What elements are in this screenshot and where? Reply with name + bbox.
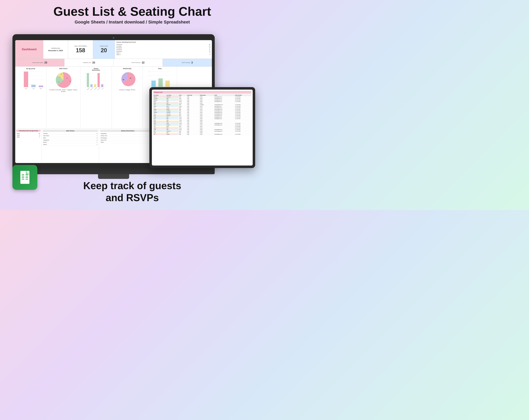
table-cell: Family — [199, 116, 214, 118]
table-cell: Jenny — [153, 124, 166, 126]
table-row: BrandonStevensonBrideAdultFamilyfamily1@… — [153, 96, 251, 98]
dietary-row: Vegetarian5 — [100, 132, 155, 135]
table-cell: friends3@gmail.com — [214, 110, 235, 112]
table-cell: Groom — [179, 118, 187, 119]
svg-text:Child: Child — [32, 88, 35, 89]
table-cell: family9@gmail.com — [214, 118, 235, 119]
table-cell: West — [166, 121, 179, 123]
guest-list-body: BrandonStevensonBrideAdultFamilyfamily1@… — [153, 96, 251, 135]
table-row: KianaWestGroomAdultFamily — [153, 121, 251, 123]
table-cell: Bride — [179, 130, 187, 132]
table-cell: Groom — [179, 105, 187, 107]
event-row: Luncheon11 — [116, 49, 210, 50]
table-cell: Bride — [179, 107, 187, 109]
table-cell: 111-222-3354 — [235, 129, 251, 130]
table-row: AngeloMorganBrideAdultFriendfriends2@gma… — [153, 109, 251, 110]
table-cell: Family — [199, 129, 214, 130]
svg-rect-61 — [22, 174, 24, 175]
table-cell: Baby — [187, 132, 199, 133]
table-row: JennyMcGrathGroomAdultFriendfriends9@gma… — [153, 124, 251, 126]
table-cell: West — [166, 132, 179, 133]
table-cell: Adult — [187, 123, 199, 124]
table-cell: Family — [199, 121, 214, 123]
column-header: Email — [214, 94, 235, 96]
table-cell — [214, 132, 235, 133]
table-cell: family10@gmail.com — [214, 129, 235, 130]
table-row: LilaDohertyBrideAdultFriendfriends0@gmai… — [153, 133, 251, 135]
event-row: Cocktails20 — [116, 45, 210, 47]
table-row: CalebWestGroomAdultFamilyfamily10@gmail.… — [153, 129, 251, 130]
meal-pie-svg: 9 3 3 1 1 1 — [52, 70, 75, 89]
table-cell: Adult — [187, 101, 199, 102]
bottom-text-line2: and RSVPs — [0, 192, 264, 204]
table-cell: Masha — [153, 105, 166, 107]
bottom-text: Keep track of guests and RSVPs — [0, 180, 264, 204]
days-until-wedding-box: Days Until Wedding 158 — [68, 40, 93, 59]
event-row: Other 20 — [116, 54, 210, 55]
table-cell: Groom — [179, 123, 187, 124]
table-cell: Groom — [179, 124, 187, 126]
svg-text:1: 1 — [70, 80, 70, 82]
table-cell: 111-222-3355 — [235, 130, 251, 132]
table-cell: Groom — [179, 121, 187, 123]
table-cell: Adult — [187, 127, 199, 129]
svg-text:3: 3 — [85, 80, 86, 81]
page-title: Guest List & Seating Chart — [3, 5, 261, 18]
table-cell: West — [166, 129, 179, 130]
table-cell: Adult — [187, 126, 199, 127]
table-cell: Adult — [187, 121, 199, 123]
svg-text:3: 3 — [60, 76, 60, 78]
table-cell: Adult — [187, 98, 199, 99]
wedding-date-box: Wedding Date November 4, 2023 — [43, 40, 68, 59]
table-cell: Bride — [179, 110, 187, 112]
svg-text:10: 10 — [149, 75, 149, 76]
table-cell: Kiana — [153, 121, 166, 123]
table-cell: 111-222-3338 — [235, 104, 251, 105]
svg-text:Adult: Adult — [25, 88, 27, 89]
table-cell: Family — [199, 127, 214, 129]
table-row: SheaWestGroomAdultFamily — [153, 119, 251, 121]
table-row: PennyWestGroomAdultFamilyfamily8@gmail.c… — [153, 116, 251, 118]
table-cell: Angelo — [153, 109, 166, 110]
table-cell: Groom — [179, 127, 187, 129]
table-row: CleoMorganBrideAdultFriendfriends1@gmail… — [153, 107, 251, 109]
table-cell: Friend — [199, 133, 214, 135]
table-cell: West — [166, 99, 179, 101]
dietary-table-box: Dietary Restrictions Vegetarian5Gluten F… — [99, 129, 157, 163]
table-cell: family7@gmail.com — [214, 115, 235, 116]
table-cell: Adult — [187, 107, 199, 109]
svg-text:10: 10 — [123, 79, 124, 80]
table-cell: Colleague — [199, 104, 214, 105]
svg-rect-67 — [26, 177, 28, 178]
column-header: Age Group — [187, 94, 199, 96]
table-row: JonathanChambersBothAdultFriendfriends4@… — [153, 112, 251, 113]
table-cell: Banks — [166, 126, 179, 127]
table-cell: 111-222-3345 — [235, 115, 251, 116]
table-cell: Stevenson — [166, 96, 179, 98]
table-cell: Olive — [153, 113, 166, 115]
table-cell: Savannah — [153, 98, 166, 99]
meal-row: Beef3 — [43, 137, 98, 139]
svg-rect-36 — [101, 84, 103, 87]
column-header: Relationship — [199, 94, 214, 96]
table-cell: Lillian — [153, 132, 166, 133]
table-cell: Friend — [199, 124, 214, 126]
table-cell: Adult — [187, 109, 199, 110]
table-row: HeidiStevensonBrideAdultFamilyfamily7@gm… — [153, 115, 251, 116]
table-cell: family2@gmail.com — [214, 98, 235, 99]
svg-rect-55 — [159, 79, 163, 87]
table-cell: Adult — [187, 133, 199, 135]
meal-row: Meal 51 — [43, 141, 98, 144]
svg-text:5: 5 — [149, 79, 149, 80]
svg-rect-64 — [22, 179, 24, 180]
table-cell: West — [166, 119, 179, 121]
table-cell: 111-222-3353 — [235, 127, 251, 129]
table-cell: Bride — [179, 115, 187, 116]
table-cell: Frank — [153, 123, 166, 124]
table-row: SamBanksBothAdultFriend111-222-3352 — [153, 126, 251, 127]
table-cell: Sam — [153, 126, 166, 127]
event-row: Reception19 — [116, 47, 210, 49]
table-cell: 111-222-3335 — [235, 99, 251, 101]
table-cell: Family — [199, 130, 214, 132]
table-row: FrankDrakeGroomAdultFriendfriends6@gmail… — [153, 123, 251, 124]
